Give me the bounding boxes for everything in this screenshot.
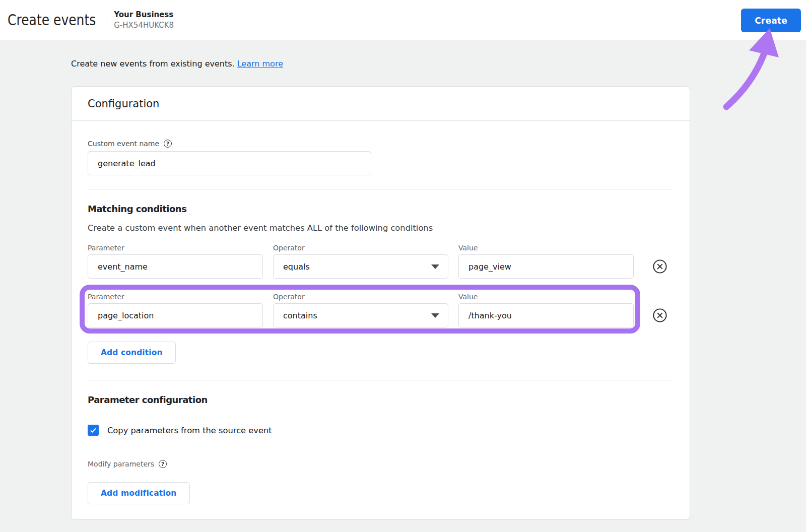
- condition-2-operator-value: contains: [283, 311, 317, 320]
- condition-2-parameter-input[interactable]: [88, 303, 263, 327]
- condition-2-value-cell: Value: [458, 292, 634, 327]
- help-icon[interactable]: ?: [159, 460, 167, 468]
- configuration-card-body: Custom event name ? Matching conditions …: [72, 139, 690, 519]
- copy-parameters-checkbox[interactable]: [88, 425, 99, 436]
- add-modification-button[interactable]: Add modification: [88, 482, 190, 504]
- property-id: G-HX54HUKCK8: [114, 20, 174, 31]
- parameter-column-label: Parameter: [88, 292, 263, 301]
- main-content: Create new events from existing events. …: [0, 40, 806, 520]
- page-title: Create events: [8, 11, 96, 29]
- copy-parameters-row: Copy parameters from the source event: [88, 425, 674, 436]
- condition-2-operator-cell: Operator contains: [273, 292, 448, 327]
- condition-1-value-cell: Value: [458, 243, 634, 279]
- checkmark-icon: [89, 426, 97, 434]
- custom-event-name-input[interactable]: [88, 151, 371, 175]
- value-column-label: Value: [458, 243, 634, 252]
- top-bar: Create events Your Business G-HX54HUKCK8…: [0, 0, 806, 40]
- matching-conditions-title: Matching conditions: [88, 204, 674, 215]
- create-button[interactable]: Create: [741, 9, 801, 32]
- condition-2-remove-button[interactable]: [653, 308, 667, 322]
- custom-event-name-label-row: Custom event name ?: [88, 139, 674, 148]
- parameter-configuration-title: Parameter configuration: [88, 394, 674, 406]
- condition-row-2: Parameter Operator contains Value: [88, 285, 674, 334]
- condition-1-parameter-cell: Parameter: [88, 243, 263, 279]
- section-divider: [88, 189, 674, 189]
- value-column-label: Value: [458, 292, 634, 301]
- condition-1-operator-cell: Operator equals: [273, 243, 448, 279]
- condition-1-parameter-input[interactable]: [88, 254, 263, 279]
- modify-parameters-row: Modify parameters ?: [88, 459, 674, 469]
- condition-1-operator-select[interactable]: equals: [273, 254, 448, 279]
- condition-1-operator-value: equals: [283, 262, 310, 272]
- condition-2-value-input[interactable]: [458, 303, 634, 327]
- section-divider: [88, 380, 674, 380]
- configuration-card: Configuration Custom event name ? Matchi…: [71, 86, 690, 520]
- custom-event-name-label: Custom event name: [88, 139, 159, 148]
- help-icon[interactable]: ?: [164, 140, 172, 148]
- business-name: Your Business: [114, 9, 174, 20]
- condition-rows: Parameter Operator equals Value: [88, 236, 674, 334]
- operator-column-label: Operator: [273, 243, 448, 252]
- header-divider: [106, 9, 106, 31]
- condition-row-1: Parameter Operator equals Value: [88, 236, 674, 285]
- remove-circle-icon: [653, 259, 667, 274]
- condition-row-1-fields: Parameter Operator equals Value: [80, 236, 640, 285]
- property-info: Your Business G-HX54HUKCK8: [114, 9, 174, 31]
- add-condition-button[interactable]: Add condition: [88, 342, 176, 364]
- intro-text: Create new events from existing events. …: [71, 40, 806, 69]
- configuration-card-title: Configuration: [72, 87, 690, 121]
- remove-circle-icon: [653, 308, 667, 322]
- intro-text-span: Create new events from existing events.: [71, 59, 235, 69]
- dropdown-caret-icon: [431, 264, 439, 269]
- dropdown-caret-icon: [431, 313, 439, 318]
- learn-more-link[interactable]: Learn more: [237, 59, 283, 69]
- operator-column-label: Operator: [273, 292, 448, 301]
- matching-conditions-subtitle: Create a custom event when another event…: [88, 223, 674, 233]
- copy-parameters-label: Copy parameters from the source event: [107, 426, 272, 435]
- modify-parameters-label: Modify parameters: [88, 459, 154, 469]
- condition-2-operator-select[interactable]: contains: [273, 303, 448, 327]
- condition-1-value-input[interactable]: [458, 254, 634, 279]
- condition-2-parameter-cell: Parameter: [88, 292, 263, 327]
- condition-row-2-highlight: Parameter Operator contains Value: [80, 285, 640, 334]
- condition-1-remove-button[interactable]: [653, 259, 667, 274]
- parameter-column-label: Parameter: [88, 243, 263, 252]
